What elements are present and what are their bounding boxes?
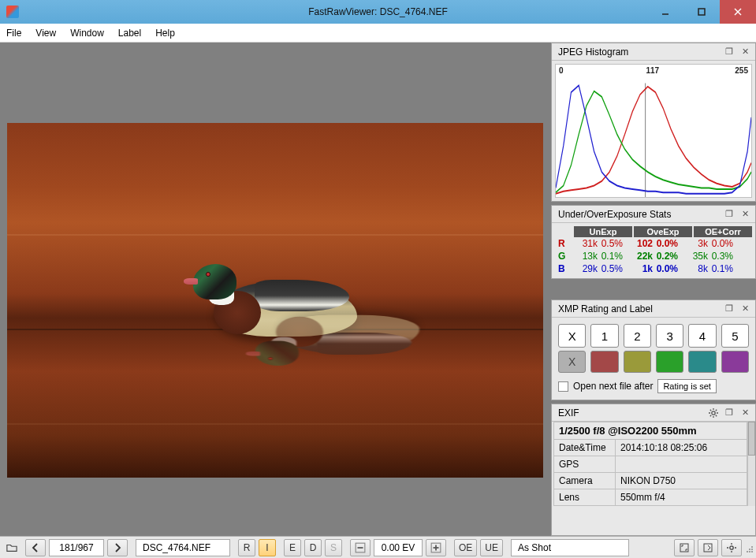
window-title: FastRawViewer: DSC_4764.NEF [0,6,756,17]
menu-help[interactable]: Help [155,28,175,39]
exif-row: Date&Time2014:10:18 08:25:06 [554,440,747,456]
expo-row-G: G 13k0.1% 22k0.2% 35k0.3% [555,250,752,262]
fit-button[interactable] [674,539,695,556]
svg-line-12 [716,409,717,410]
i-button[interactable]: I [259,539,276,556]
oe-button[interactable]: OE [454,539,477,556]
rating-X[interactable]: X [558,324,586,348]
svg-line-21 [708,545,710,548]
d-button[interactable]: D [304,539,322,556]
settings-button[interactable] [721,539,742,556]
svg-line-13 [710,415,711,415]
svg-point-28 [751,551,753,552]
rating-5[interactable]: 5 [721,324,749,348]
svg-point-31 [747,551,748,552]
svg-point-33 [751,546,753,548]
fullscreen-button[interactable] [698,539,718,556]
color-label-3[interactable] [656,351,683,373]
exif-row: Lens550mm f/4 [554,489,747,506]
menu-view[interactable]: View [35,28,56,39]
color-label-0[interactable]: X [558,351,586,373]
panel-close-icon[interactable]: ✕ [738,208,752,221]
col-oveexp: OveExp [634,226,692,237]
exposure-title: Under/OverExposure Stats [558,209,671,220]
menu-label[interactable]: Label [118,28,141,39]
folder-icon[interactable] [2,539,22,556]
histogram-chart: 0 117 255 [555,64,752,198]
histo-max: 255 [735,66,748,75]
open-next-checkbox[interactable] [558,381,568,392]
ue-button[interactable]: UE [480,539,503,556]
menubar: File View Window Label Help [0,24,756,43]
open-next-label: Open next file after [573,381,653,392]
rating-2[interactable]: 2 [624,324,651,348]
s-button[interactable]: S [325,539,342,556]
file-counter: 181/967 [49,539,104,556]
svg-point-5 [712,411,715,414]
wb-field[interactable]: As Shot [511,539,629,556]
histogram-panel: JPEG Histogram ❐ ✕ 0 117 255 [551,43,756,202]
statusbar: 181/967 DSC_4764.NEF R I E D S 0.00 EV O… [0,536,756,558]
app-icon [6,6,19,18]
rating-1[interactable]: 1 [590,324,618,348]
panel-close-icon[interactable]: ✕ [738,407,752,419]
menu-window[interactable]: Window [70,28,104,39]
exif-panel: EXIF ❐ ✕ 1/2500 f/8 @ISO2200 550mm Date&… [551,404,756,536]
color-label-4[interactable] [688,351,716,373]
svg-rect-20 [704,544,712,552]
panel-close-icon[interactable]: ✕ [738,303,752,315]
histo-min: 0 [559,66,564,75]
exif-table: 1/2500 f/8 @ISO2200 550mm Date&Time2014:… [553,422,747,506]
exposure-table: UnExp OveExp OE+Corr R 31k0.5% 1020.0% 3… [555,226,752,275]
titlebar: FastRawViewer: DSC_4764.NEF [0,0,756,24]
exif-scrollbar[interactable] [747,422,755,506]
ev-minus-button[interactable] [350,539,371,556]
col-oecorr: OE+Corr [694,226,752,237]
histogram-title: JPEG Histogram [558,46,628,58]
color-label-2[interactable] [624,351,651,373]
exif-title: EXIF [558,407,579,418]
r-button[interactable]: R [238,539,255,556]
color-label-5[interactable] [721,351,749,373]
open-next-dropdown[interactable]: Rating is set [657,379,717,393]
ev-plus-button[interactable] [426,539,446,556]
exif-row: CameraNIKON D750 [554,473,747,489]
prev-button[interactable] [25,539,46,556]
exposure-panel: Under/OverExposure Stats ❐ ✕ UnExp OveEx… [551,205,756,279]
rating-4[interactable]: 4 [688,324,716,348]
svg-line-11 [716,415,717,415]
panel-detach-icon[interactable]: ❐ [722,303,736,315]
expo-row-B: B 29k0.5% 1k0.0% 8k0.1% [555,262,752,275]
menu-file[interactable]: File [6,28,21,39]
rating-3[interactable]: 3 [656,324,683,348]
e-button[interactable]: E [284,539,301,556]
close-button[interactable] [720,0,756,24]
svg-line-10 [710,409,711,410]
maximize-button[interactable] [683,0,720,24]
svg-point-23 [730,545,733,549]
image-viewer[interactable] [0,43,549,536]
panel-detach-icon[interactable]: ❐ [722,46,736,58]
exif-row: GPS [554,456,747,473]
photo [7,123,543,478]
minimize-button[interactable] [647,0,683,24]
filename-field: DSC_4764.NEF [136,539,230,556]
gear-icon[interactable] [706,407,721,419]
panel-close-icon[interactable]: ✕ [738,46,752,58]
resize-grip[interactable] [745,539,754,556]
panel-detach-icon[interactable]: ❐ [722,208,736,221]
histo-mid: 117 [646,66,659,75]
svg-point-32 [749,549,750,550]
svg-rect-1 [698,9,705,15]
ev-value: 0.00 EV [374,539,423,556]
svg-point-29 [749,551,750,552]
panel-detach-icon[interactable]: ❐ [722,407,736,419]
next-button[interactable] [107,539,128,556]
color-label-1[interactable] [590,351,618,373]
exif-summary: 1/2500 f/8 @ISO2200 550mm [554,422,747,440]
expo-row-R: R 31k0.5% 1020.0% 3k0.0% [555,237,752,250]
svg-point-30 [751,549,753,550]
rating-panel: XMP Rating and Label ❐ ✕ X12345 X Open n… [551,299,756,400]
col-unexp: UnExp [574,226,632,237]
svg-line-22 [708,548,710,550]
